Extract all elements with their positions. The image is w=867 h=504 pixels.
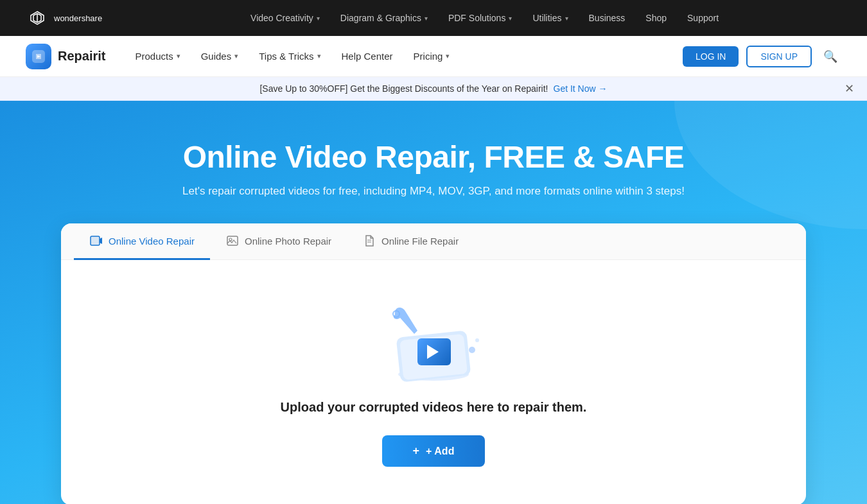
promotional-banner: [Save Up to 30%OFF] Get the Biggest Disc… — [0, 77, 867, 101]
secondary-nav-right: LOG IN SIGN UP 🔍 — [683, 46, 841, 67]
card-tab-bar: Online Video Repair Online Photo Repair — [61, 223, 806, 260]
svg-point-16 — [475, 338, 479, 342]
upload-illustration — [382, 299, 485, 382]
top-navigation: wondershare Video Creativity ▾ Diagram &… — [0, 0, 867, 36]
secondary-navigation: Repairit Products ▾ Guides ▾ Tips & Tric… — [0, 36, 867, 77]
svg-point-15 — [469, 347, 475, 353]
top-nav-item-shop[interactable]: Shop — [635, 0, 677, 36]
chevron-down-icon: ▾ — [317, 15, 320, 22]
video-tab-icon — [89, 234, 103, 248]
banner-text: [Save Up to 30%OFF] Get the Biggest Disc… — [259, 83, 548, 94]
brand-logo — [26, 44, 51, 69]
secondnav-item-help-center[interactable]: Help Center — [333, 46, 402, 67]
secondnav-item-products[interactable]: Products ▾ — [126, 46, 189, 67]
chevron-down-icon: ▾ — [565, 15, 568, 22]
brand-area[interactable]: Repairit — [26, 44, 105, 69]
signup-button[interactable]: SIGN UP — [746, 46, 812, 67]
search-icon[interactable]: 🔍 — [819, 46, 841, 67]
secondnav-item-pricing[interactable]: Pricing ▾ — [405, 46, 459, 67]
svg-point-7 — [229, 238, 232, 241]
top-nav-item-video-creativity[interactable]: Video Creativity ▾ — [240, 0, 330, 36]
top-nav-items: Video Creativity ▾ Diagram & Graphics ▾ … — [128, 0, 841, 36]
tab-online-video-repair[interactable]: Online Video Repair — [74, 223, 210, 260]
banner-link[interactable]: Get It Now → — [554, 83, 608, 94]
top-nav-item-utilities[interactable]: Utilities ▾ — [522, 0, 578, 36]
tab-online-photo-repair[interactable]: Online Photo Repair — [210, 223, 347, 260]
tab-online-file-repair[interactable]: Online File Repair — [347, 223, 474, 260]
logo-area[interactable]: wondershare — [26, 6, 102, 30]
upload-prompt-text: Upload your corrupted videos here to rep… — [281, 400, 587, 415]
hero-title: Online Video Repair, FREE & SAFE — [183, 139, 685, 175]
hero-section: Online Video Repair, FREE & SAFE Let's r… — [0, 101, 867, 504]
chevron-down-icon: ▾ — [317, 52, 321, 60]
chevron-down-icon: ▾ — [446, 52, 450, 60]
card-body: Upload your corrupted videos here to rep… — [61, 260, 806, 504]
chevron-down-icon: ▾ — [234, 52, 238, 60]
repair-card: Online Video Repair Online Photo Repair — [61, 223, 806, 504]
top-nav-item-pdf-solutions[interactable]: PDF Solutions ▾ — [438, 0, 522, 36]
secondnav-item-guides[interactable]: Guides ▾ — [192, 46, 248, 67]
file-tab-icon — [362, 234, 376, 248]
chevron-down-icon: ▾ — [177, 52, 180, 60]
plus-icon: + — [413, 444, 420, 458]
logo-text: wondershare — [54, 13, 102, 23]
photo-tab-icon — [225, 234, 240, 248]
add-video-button[interactable]: + + Add — [382, 435, 486, 467]
secondnav-item-tips-tricks[interactable]: Tips & Tricks ▾ — [250, 46, 329, 67]
top-nav-item-diagram-graphics[interactable]: Diagram & Graphics ▾ — [330, 0, 438, 36]
top-nav-item-support[interactable]: Support — [677, 0, 729, 36]
chevron-down-icon: ▾ — [425, 15, 428, 22]
top-nav-item-business[interactable]: Business — [579, 0, 636, 36]
svg-rect-5 — [91, 236, 100, 245]
hero-subtitle: Let's repair corrupted videos for free, … — [182, 185, 685, 198]
banner-close-button[interactable]: ✕ — [845, 82, 854, 96]
svg-rect-6 — [227, 236, 238, 245]
brand-name: Repairit — [58, 49, 105, 64]
login-button[interactable]: LOG IN — [683, 46, 739, 67]
chevron-down-icon: ▾ — [509, 15, 512, 22]
secondary-nav-items: Products ▾ Guides ▾ Tips & Tricks ▾ Help… — [126, 46, 682, 67]
